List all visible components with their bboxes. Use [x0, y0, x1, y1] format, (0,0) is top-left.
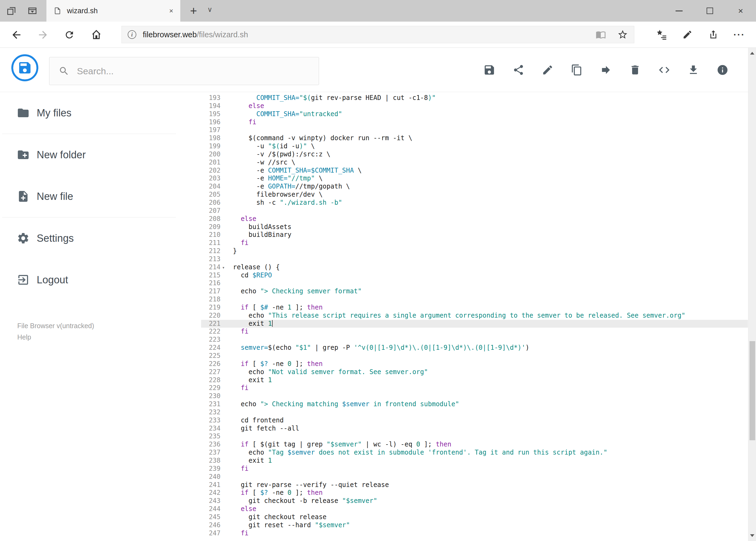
- address-bar[interactable]: i filebrowser.web/files/wizard.sh: [122, 26, 634, 43]
- code-line[interactable]: 220 echo "This release script requires a…: [201, 312, 748, 320]
- active-tab[interactable]: wizard.sh ×: [46, 0, 180, 22]
- minimize-button[interactable]: [664, 0, 694, 22]
- fold-marker-icon[interactable]: ▾: [222, 264, 225, 272]
- code-line[interactable]: 207: [201, 207, 748, 215]
- sidebar-item-logout[interactable]: Logout: [0, 259, 178, 300]
- code-line[interactable]: 240: [201, 473, 748, 481]
- code-line[interactable]: 214▾release () {: [201, 264, 748, 271]
- scrollbar-thumb[interactable]: [750, 341, 755, 440]
- code-line[interactable]: 209 buildAssets: [201, 223, 748, 231]
- code-line[interactable]: 196 fi: [201, 118, 748, 126]
- code-line[interactable]: 228 exit 1: [201, 376, 748, 384]
- code-line[interactable]: 208 else: [201, 215, 748, 223]
- search-box[interactable]: [49, 57, 319, 85]
- code-editor[interactable]: 193 COMMIT_SHA="$(git rev-parse HEAD | c…: [201, 94, 748, 540]
- favorite-star-icon[interactable]: [617, 29, 628, 40]
- code-line[interactable]: 231 echo "> Checking matching $semver in…: [201, 400, 748, 408]
- delete-button[interactable]: [629, 64, 641, 76]
- close-window-button[interactable]: ×: [725, 0, 756, 22]
- code-line[interactable]: 204 -e GOPATH=//tmp/gopath \: [201, 183, 748, 191]
- code-line[interactable]: 217 echo "> Checking semver format": [201, 287, 748, 295]
- code-line[interactable]: 195 COMMIT_SHA="untracked": [201, 110, 748, 118]
- code-line[interactable]: 223: [201, 336, 748, 344]
- code-line[interactable]: 234 git fetch --all: [201, 425, 748, 433]
- code-line[interactable]: 230: [201, 392, 748, 400]
- code-line[interactable]: 212}: [201, 247, 748, 255]
- code-line[interactable]: 221 exit 1: [201, 320, 748, 328]
- code-line[interactable]: 206 sh -c "./wizard.sh -b": [201, 199, 748, 207]
- sidebar-item-my-files[interactable]: My files: [0, 92, 178, 134]
- code-view-button[interactable]: [658, 64, 670, 76]
- code-line[interactable]: 205 filebrowser/dev \: [201, 191, 748, 199]
- code-line[interactable]: 224 semver=$(echo "$1" | grep -P '^v(0|[…: [201, 344, 748, 352]
- sidebar-item-new-file[interactable]: New file: [0, 176, 178, 217]
- favorites-hub-icon[interactable]: [655, 29, 667, 41]
- code-line[interactable]: 237 echo "Tag $semver does not exist in …: [201, 449, 748, 457]
- code-line[interactable]: 210 buildBinary: [201, 231, 748, 239]
- code-line[interactable]: 238 exit 1: [201, 457, 748, 465]
- scroll-up-button[interactable]: [748, 48, 756, 59]
- save-button[interactable]: [483, 64, 496, 76]
- rename-button[interactable]: [541, 64, 554, 76]
- code-line[interactable]: 198 $(command -v winpty) docker run --rm…: [201, 134, 748, 142]
- sidebar-item-settings[interactable]: Settings: [0, 218, 178, 259]
- search-input[interactable]: [77, 66, 310, 76]
- back-button[interactable]: [10, 28, 23, 42]
- code-line[interactable]: 200 -v /$(pwd):/src:z \: [201, 151, 748, 159]
- code-line[interactable]: 211 fi: [201, 239, 748, 247]
- code-line[interactable]: 241 git rev-parse --verify --quiet relea…: [201, 481, 748, 489]
- code-line[interactable]: 225: [201, 352, 748, 360]
- move-button[interactable]: [600, 64, 612, 76]
- help-link[interactable]: Help: [17, 331, 94, 343]
- code-line[interactable]: 201 -w //src \: [201, 159, 748, 167]
- scroll-down-button[interactable]: [748, 530, 756, 541]
- code-line[interactable]: 199 -u "$(id -u)" \: [201, 142, 748, 151]
- maximize-button[interactable]: [694, 0, 725, 22]
- more-options-icon[interactable]: ···: [733, 29, 745, 41]
- tab-previews-chevron-icon[interactable]: ∨: [207, 5, 212, 14]
- code-line[interactable]: 245 git checkout release: [201, 513, 748, 521]
- forward-button[interactable]: [36, 28, 50, 42]
- code-line[interactable]: 226 if [ $? -ne 0 ]; then: [201, 360, 748, 368]
- code-line[interactable]: 247 fi: [201, 529, 748, 537]
- code-line[interactable]: 197: [201, 126, 748, 134]
- home-button[interactable]: [90, 28, 103, 42]
- code-line[interactable]: 235: [201, 432, 748, 440]
- tab-preview-button[interactable]: [26, 4, 39, 17]
- refresh-button[interactable]: [63, 28, 76, 42]
- copy-button[interactable]: [571, 64, 583, 76]
- code-line[interactable]: 215 cd $REPO: [201, 271, 748, 279]
- code-line[interactable]: 243 git checkout -b release "$semver": [201, 497, 748, 505]
- code-line[interactable]: 239 fi: [201, 465, 748, 473]
- new-tab-button[interactable]: +: [186, 3, 201, 18]
- reading-view-icon[interactable]: [596, 29, 606, 40]
- code-line[interactable]: 244 else: [201, 505, 748, 513]
- sidebar-item-new-folder[interactable]: New folder: [0, 134, 178, 176]
- share-page-icon[interactable]: [707, 29, 719, 41]
- code-line[interactable]: 194 else: [201, 102, 748, 110]
- code-line[interactable]: 242 if [ $? -ne 0 ]; then: [201, 489, 748, 497]
- info-button[interactable]: [716, 64, 729, 76]
- code-line[interactable]: 219 if [ $# -ne 1 ]; then: [201, 303, 748, 312]
- download-button[interactable]: [687, 64, 700, 76]
- site-info-icon[interactable]: i: [127, 30, 136, 39]
- code-line[interactable]: 213: [201, 255, 748, 264]
- code-line[interactable]: 218: [201, 295, 748, 303]
- share-button[interactable]: [512, 64, 525, 76]
- code-line[interactable]: 246 git reset --hard "$semver": [201, 521, 748, 529]
- code-line[interactable]: 202 -e COMMIT_SHA=$COMMIT_SHA \: [201, 167, 748, 175]
- code-line[interactable]: 193 COMMIT_SHA="$(git rev-parse HEAD | c…: [201, 94, 748, 102]
- code-line[interactable]: 203 -e HOME="//tmp" \: [201, 175, 748, 183]
- set-tabs-aside-button[interactable]: [5, 4, 18, 17]
- code-line[interactable]: 222 fi: [201, 327, 748, 336]
- filebrowser-logo[interactable]: [11, 54, 38, 81]
- code-line[interactable]: 216: [201, 279, 748, 287]
- web-note-icon[interactable]: [681, 29, 693, 41]
- code-line[interactable]: 236 if [ $(git tag | grep "$semver" | wc…: [201, 440, 748, 449]
- code-line[interactable]: 232: [201, 408, 748, 416]
- code-line[interactable]: 229 fi: [201, 384, 748, 392]
- code-line[interactable]: 233 cd frontend: [201, 416, 748, 425]
- code-line[interactable]: 227 echo "Not valid semver format. See s…: [201, 368, 748, 376]
- vertical-scrollbar[interactable]: [748, 48, 756, 541]
- tab-close-icon[interactable]: ×: [169, 7, 173, 14]
